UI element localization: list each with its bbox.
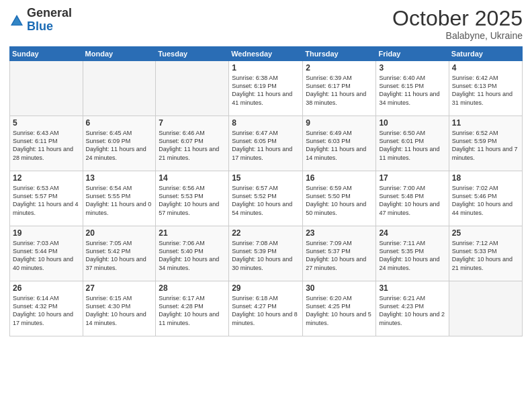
calendar-cell: 24Sunrise: 7:11 AM Sunset: 5:35 PM Dayli…	[376, 226, 449, 281]
day-number: 28	[159, 283, 226, 293]
day-number: 16	[306, 173, 373, 183]
calendar-cell	[156, 61, 229, 116]
calendar-cell: 23Sunrise: 7:09 AM Sunset: 5:37 PM Dayli…	[303, 226, 376, 281]
day-content: Sunrise: 6:49 AM Sunset: 6:03 PM Dayligh…	[306, 129, 373, 162]
calendar-cell: 16Sunrise: 6:59 AM Sunset: 5:50 PM Dayli…	[303, 171, 376, 226]
day-content: Sunrise: 6:17 AM Sunset: 4:28 PM Dayligh…	[159, 294, 226, 327]
day-content: Sunrise: 6:53 AM Sunset: 5:57 PM Dayligh…	[13, 184, 80, 217]
day-content: Sunrise: 6:46 AM Sunset: 6:07 PM Dayligh…	[159, 129, 226, 162]
calendar-cell: 1Sunrise: 6:38 AM Sunset: 6:19 PM Daylig…	[229, 61, 303, 116]
calendar-cell: 26Sunrise: 6:14 AM Sunset: 4:32 PM Dayli…	[10, 281, 83, 336]
day-number: 3	[379, 63, 445, 73]
day-content: Sunrise: 6:42 AM Sunset: 6:13 PM Dayligh…	[452, 74, 519, 107]
day-content: Sunrise: 6:40 AM Sunset: 6:15 PM Dayligh…	[379, 74, 445, 107]
day-number: 25	[452, 228, 519, 238]
day-content: Sunrise: 6:52 AM Sunset: 5:59 PM Dayligh…	[452, 129, 519, 162]
day-content: Sunrise: 7:06 AM Sunset: 5:40 PM Dayligh…	[159, 239, 226, 272]
day-number: 27	[86, 283, 153, 293]
header: General Blue October 2025 Balabyne, Ukra…	[9, 7, 523, 41]
calendar-week-row: 5Sunrise: 6:43 AM Sunset: 6:11 PM Daylig…	[10, 116, 523, 171]
calendar-cell	[83, 61, 156, 116]
day-content: Sunrise: 6:14 AM Sunset: 4:32 PM Dayligh…	[13, 294, 80, 327]
logo-blue-text: Blue	[27, 20, 72, 34]
title-block: October 2025 Balabyne, Ukraine	[392, 7, 523, 41]
day-number: 19	[13, 228, 80, 238]
weekday-header-saturday: Saturday	[449, 47, 522, 61]
day-content: Sunrise: 6:47 AM Sunset: 6:05 PM Dayligh…	[232, 129, 300, 162]
day-content: Sunrise: 7:09 AM Sunset: 5:37 PM Dayligh…	[306, 239, 373, 272]
day-number: 14	[159, 173, 226, 183]
calendar-week-row: 1Sunrise: 6:38 AM Sunset: 6:19 PM Daylig…	[10, 61, 523, 116]
calendar-cell: 20Sunrise: 7:05 AM Sunset: 5:42 PM Dayli…	[83, 226, 156, 281]
calendar-cell: 27Sunrise: 6:15 AM Sunset: 4:30 PM Dayli…	[83, 281, 156, 336]
day-content: Sunrise: 7:03 AM Sunset: 5:44 PM Dayligh…	[13, 239, 80, 272]
calendar-table: SundayMondayTuesdayWednesdayThursdayFrid…	[9, 46, 523, 336]
calendar-cell: 29Sunrise: 6:18 AM Sunset: 4:27 PM Dayli…	[229, 281, 303, 336]
calendar-cell: 15Sunrise: 6:57 AM Sunset: 5:52 PM Dayli…	[229, 171, 303, 226]
calendar-cell: 3Sunrise: 6:40 AM Sunset: 6:15 PM Daylig…	[376, 61, 449, 116]
day-content: Sunrise: 7:05 AM Sunset: 5:42 PM Dayligh…	[86, 239, 153, 272]
day-number: 5	[13, 118, 80, 128]
calendar-cell: 9Sunrise: 6:49 AM Sunset: 6:03 PM Daylig…	[303, 116, 376, 171]
calendar-cell: 19Sunrise: 7:03 AM Sunset: 5:44 PM Dayli…	[10, 226, 83, 281]
day-content: Sunrise: 6:59 AM Sunset: 5:50 PM Dayligh…	[306, 184, 373, 217]
day-number: 23	[306, 228, 373, 238]
calendar-cell: 5Sunrise: 6:43 AM Sunset: 6:11 PM Daylig…	[10, 116, 83, 171]
calendar-cell: 31Sunrise: 6:21 AM Sunset: 4:23 PM Dayli…	[376, 281, 449, 336]
calendar-cell: 12Sunrise: 6:53 AM Sunset: 5:57 PM Dayli…	[10, 171, 83, 226]
calendar-cell: 28Sunrise: 6:17 AM Sunset: 4:28 PM Dayli…	[156, 281, 229, 336]
weekday-header-thursday: Thursday	[303, 47, 376, 61]
calendar-cell	[449, 281, 522, 336]
weekday-header-friday: Friday	[376, 47, 449, 61]
day-content: Sunrise: 6:54 AM Sunset: 5:55 PM Dayligh…	[86, 184, 153, 217]
day-content: Sunrise: 6:20 AM Sunset: 4:25 PM Dayligh…	[306, 294, 373, 327]
day-content: Sunrise: 6:38 AM Sunset: 6:19 PM Dayligh…	[232, 74, 300, 107]
day-content: Sunrise: 6:45 AM Sunset: 6:09 PM Dayligh…	[86, 129, 153, 162]
day-number: 26	[13, 283, 80, 293]
day-number: 20	[86, 228, 153, 238]
calendar-cell: 25Sunrise: 7:12 AM Sunset: 5:33 PM Dayli…	[449, 226, 522, 281]
day-number: 15	[232, 173, 300, 183]
day-number: 17	[379, 173, 445, 183]
calendar-week-row: 26Sunrise: 6:14 AM Sunset: 4:32 PM Dayli…	[10, 281, 523, 336]
calendar-cell	[10, 61, 83, 116]
logo-general-text: General	[27, 7, 72, 20]
month-title: October 2025	[392, 7, 523, 30]
day-content: Sunrise: 7:12 AM Sunset: 5:33 PM Dayligh…	[452, 239, 519, 272]
weekday-header-tuesday: Tuesday	[156, 47, 229, 61]
calendar-cell: 4Sunrise: 6:42 AM Sunset: 6:13 PM Daylig…	[449, 61, 522, 116]
day-number: 30	[306, 283, 373, 293]
day-number: 21	[159, 228, 226, 238]
day-content: Sunrise: 6:50 AM Sunset: 6:01 PM Dayligh…	[379, 129, 445, 162]
day-content: Sunrise: 7:00 AM Sunset: 5:48 PM Dayligh…	[379, 184, 445, 217]
day-content: Sunrise: 6:43 AM Sunset: 6:11 PM Dayligh…	[13, 129, 80, 162]
day-number: 11	[452, 118, 519, 128]
calendar-cell: 10Sunrise: 6:50 AM Sunset: 6:01 PM Dayli…	[376, 116, 449, 171]
calendar-cell: 30Sunrise: 6:20 AM Sunset: 4:25 PM Dayli…	[303, 281, 376, 336]
weekday-header-row: SundayMondayTuesdayWednesdayThursdayFrid…	[10, 47, 523, 61]
calendar-cell: 7Sunrise: 6:46 AM Sunset: 6:07 PM Daylig…	[156, 116, 229, 171]
calendar-cell: 11Sunrise: 6:52 AM Sunset: 5:59 PM Dayli…	[449, 116, 522, 171]
logo: General Blue	[9, 7, 72, 34]
calendar-cell: 14Sunrise: 6:56 AM Sunset: 5:53 PM Dayli…	[156, 171, 229, 226]
weekday-header-monday: Monday	[83, 47, 156, 61]
calendar-cell: 18Sunrise: 7:02 AM Sunset: 5:46 PM Dayli…	[449, 171, 522, 226]
weekday-header-sunday: Sunday	[10, 47, 83, 61]
day-content: Sunrise: 6:15 AM Sunset: 4:30 PM Dayligh…	[86, 294, 153, 327]
day-number: 8	[232, 118, 300, 128]
day-content: Sunrise: 7:02 AM Sunset: 5:46 PM Dayligh…	[452, 184, 519, 217]
logo-icon	[9, 13, 24, 28]
calendar-cell: 22Sunrise: 7:08 AM Sunset: 5:39 PM Dayli…	[229, 226, 303, 281]
logo-text: General Blue	[27, 7, 72, 34]
day-number: 10	[379, 118, 445, 128]
day-number: 9	[306, 118, 373, 128]
day-content: Sunrise: 7:11 AM Sunset: 5:35 PM Dayligh…	[379, 239, 445, 272]
calendar-cell: 2Sunrise: 6:39 AM Sunset: 6:17 PM Daylig…	[303, 61, 376, 116]
day-content: Sunrise: 6:56 AM Sunset: 5:53 PM Dayligh…	[159, 184, 226, 217]
day-content: Sunrise: 6:21 AM Sunset: 4:23 PM Dayligh…	[379, 294, 445, 327]
day-number: 31	[379, 283, 445, 293]
day-number: 22	[232, 228, 300, 238]
calendar-week-row: 12Sunrise: 6:53 AM Sunset: 5:57 PM Dayli…	[10, 171, 523, 226]
day-number: 4	[452, 63, 519, 73]
day-content: Sunrise: 6:39 AM Sunset: 6:17 PM Dayligh…	[306, 74, 373, 107]
